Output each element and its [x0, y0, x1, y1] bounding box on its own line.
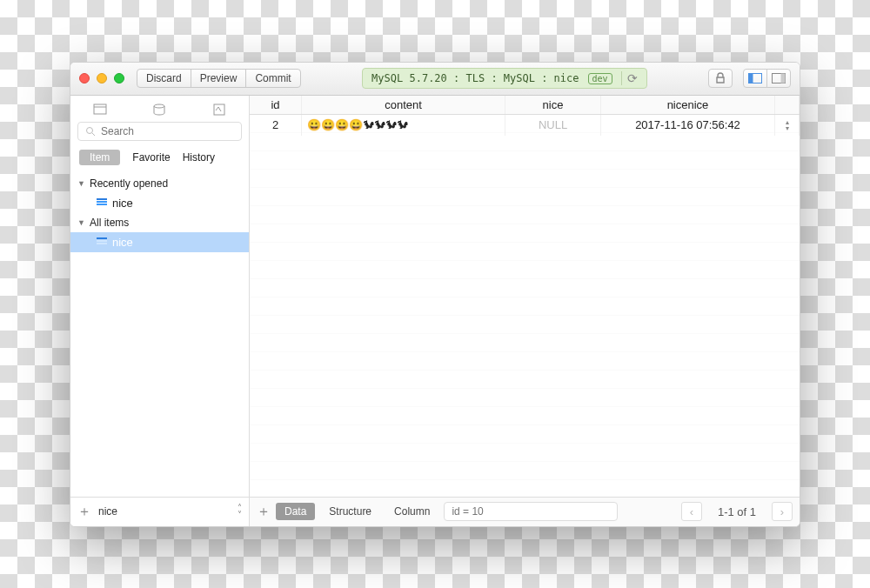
filter-tab-item[interactable]: Item [79, 150, 120, 165]
column-header-id[interactable]: id [250, 96, 302, 114]
column-header-content[interactable]: content [302, 96, 505, 114]
env-badge: dev [588, 73, 612, 84]
titlebar-right [708, 69, 791, 88]
table-icon [97, 237, 107, 246]
search-input[interactable] [101, 125, 234, 137]
main-panel: id content nice nicenice 2 😀😀😀😀🐿🐿🐿🐿 NULL… [250, 96, 800, 526]
svg-rect-1 [748, 74, 753, 84]
sidebar: Item Favorite History ▼ Recently opened … [70, 96, 250, 526]
svg-point-5 [154, 104, 164, 108]
cell-nicenice[interactable]: 2017-11-16 07:56:42 [601, 115, 775, 136]
svg-point-7 [87, 127, 93, 133]
titlebar: Discard Preview Commit MySQL 5.7.20 : TL… [70, 63, 800, 96]
commit-button-group: Discard Preview Commit [137, 69, 301, 88]
footer-tab-data[interactable]: Data [276, 503, 315, 520]
table-body[interactable]: 2 😀😀😀😀🐿🐿🐿🐿 NULL 2017-11-16 07:56:42 ▴▾ [250, 115, 800, 497]
footer-tab-structure[interactable]: Structure [320, 503, 380, 520]
traffic-lights [79, 73, 124, 84]
lock-button[interactable] [708, 69, 733, 88]
group-label: Recently opened [90, 177, 168, 190]
svg-rect-6 [214, 104, 224, 115]
add-row-button[interactable]: ＋ [257, 503, 271, 521]
column-header-nice[interactable]: nice [505, 96, 601, 114]
all-item-nice[interactable]: nice [70, 232, 249, 252]
table-category-icon [92, 103, 108, 117]
add-item-button[interactable]: ＋ [77, 503, 91, 521]
prev-page-button[interactable]: ‹ [681, 502, 702, 521]
footer-tab-column[interactable]: Column [385, 503, 438, 520]
sidebar-tab-query[interactable] [211, 103, 227, 117]
window-body: Item Favorite History ▼ Recently opened … [70, 96, 800, 526]
sidebar-filter-tabs: Item Favorite History [70, 146, 249, 170]
minimize-window-button[interactable] [97, 73, 107, 84]
app-window: Discard Preview Commit MySQL 5.7.20 : TL… [70, 62, 800, 527]
stepper-icon: ▴▾ [786, 119, 789, 131]
sidebar-footer: ＋ nice ˄˅ [70, 497, 249, 526]
sidebar-search[interactable] [77, 122, 242, 141]
connection-path[interactable]: MySQL 5.7.20 : TLS : MySQL : nice dev ⟳ [362, 68, 646, 89]
group-recently-opened[interactable]: ▼ Recently opened [70, 174, 249, 193]
table-header-row: id content nice nicenice [250, 96, 800, 115]
sidebar-category-tabs [70, 96, 249, 122]
svg-rect-3 [780, 74, 785, 84]
cell-id[interactable]: 2 [250, 115, 302, 136]
panel-toggle-group [743, 69, 791, 88]
next-page-button[interactable]: › [772, 502, 793, 521]
column-header-nicenice[interactable]: nicenice [601, 96, 775, 114]
dropdown-value: nice [98, 505, 117, 518]
table-row[interactable]: 2 😀😀😀😀🐿🐿🐿🐿 NULL 2017-11-16 07:56:42 ▴▾ [250, 115, 800, 136]
table-icon [97, 198, 107, 207]
cell-row-stepper[interactable]: ▴▾ [775, 115, 800, 136]
lock-icon [715, 72, 726, 84]
group-all-items[interactable]: ▼ All items [70, 213, 249, 232]
filter-tab-history[interactable]: History [183, 151, 215, 164]
stepper-icon: ˄˅ [238, 504, 242, 518]
sidebar-tree: ▼ Recently opened nice ▼ All items nice [70, 170, 249, 497]
main-footer: ＋ Data Structure Column ‹ 1-1 of 1 › [250, 497, 800, 526]
left-panel-icon [748, 73, 762, 84]
sidebar-tab-table[interactable] [92, 103, 108, 117]
tree-item-label: nice [112, 197, 133, 210]
database-icon [151, 103, 167, 117]
connection-path-text: MySQL 5.7.20 : TLS : MySQL : nice [371, 72, 579, 84]
page-info: 1-1 of 1 [707, 505, 766, 518]
sidebar-footer-dropdown[interactable]: nice ˄˅ [98, 504, 242, 518]
cell-content[interactable]: 😀😀😀😀🐿🐿🐿🐿 [302, 115, 505, 136]
discard-button[interactable]: Discard [137, 69, 191, 88]
zoom-window-button[interactable] [114, 73, 124, 84]
close-window-button[interactable] [79, 73, 90, 84]
group-label: All items [90, 217, 129, 229]
svg-rect-4 [94, 104, 106, 114]
commit-button[interactable]: Commit [245, 69, 300, 88]
filter-input[interactable] [444, 502, 618, 521]
sidebar-tab-database[interactable] [151, 103, 167, 117]
disclosure-triangle-icon: ▼ [77, 218, 86, 227]
preview-button[interactable]: Preview [191, 69, 247, 88]
right-panel-toggle[interactable] [766, 69, 791, 88]
reload-icon[interactable]: ⟳ [621, 71, 638, 85]
right-panel-icon [772, 73, 786, 84]
column-header-spacer [775, 96, 800, 114]
cell-nice[interactable]: NULL [505, 115, 601, 136]
query-icon [211, 103, 227, 117]
search-icon [85, 126, 96, 137]
left-panel-toggle[interactable] [743, 69, 767, 88]
filter-tab-favorite[interactable]: Favorite [132, 151, 170, 164]
tree-item-label: nice [112, 236, 133, 249]
disclosure-triangle-icon: ▼ [77, 179, 86, 188]
recent-item-nice[interactable]: nice [70, 193, 249, 213]
